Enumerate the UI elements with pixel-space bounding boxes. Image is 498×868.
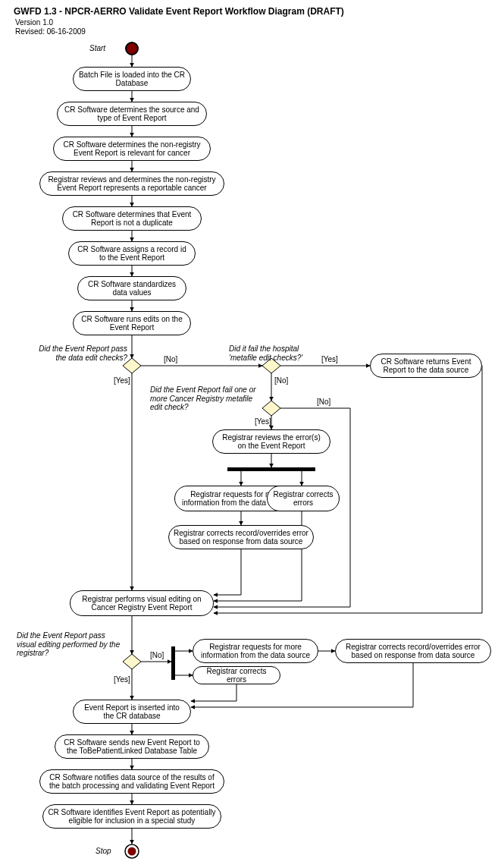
node-run-edits: CR Software runs edits on the Event Repo… — [73, 311, 191, 335]
node-registrar-reviews-reportable: Registrar reviews and determines the non… — [39, 171, 224, 196]
node-determine-source-type: CR Software determines the source and ty… — [57, 102, 207, 126]
question-d2: Did it fail the hospital 'metafile edit … — [229, 344, 320, 362]
edge-d1-yes: [Yes] — [114, 376, 130, 385]
node-send-tobepatientlinked: CR Software sends new Event Report to th… — [55, 734, 209, 759]
node-relevant-for-cancer: CR Software determines the non-registry … — [53, 137, 211, 161]
edge-d4-no: [No] — [150, 651, 164, 659]
start-label: Start — [89, 44, 105, 52]
node-registrar-corrects-errors-2: Registrar corrects errors — [193, 666, 280, 684]
node-identify-potentially-eligible: CR Software identifies Event Report as p… — [42, 804, 221, 829]
node-return-to-source: CR Software returns Event Report to the … — [370, 354, 482, 378]
edge-d1-no: [No] — [164, 355, 177, 363]
node-visual-editing: Registrar performs visual editing on Can… — [70, 590, 214, 616]
node-notify-results: CR Software notifies data source of the … — [39, 769, 224, 794]
node-not-duplicate: CR Software determines that Event Report… — [62, 206, 202, 231]
fork-bar-1 — [227, 467, 315, 471]
workflow-diagram: GWFD 1.3 - NPCR-AERRO Validate Event Rep… — [0, 0, 498, 868]
edge-d3-yes: [Yes] — [255, 417, 271, 426]
node-assign-record-id: CR Software assigns a record id to the E… — [68, 241, 196, 266]
node-request-info-2: Registrar requests for more information … — [193, 639, 318, 663]
fork-bar-2 — [171, 646, 175, 680]
node-inserted-into-db: Event Report is inserted into the CR dat… — [73, 700, 191, 724]
question-d3: Did the Event Report fail one or more Ca… — [150, 385, 264, 412]
decision-d4 — [123, 654, 141, 669]
node-registrar-corrects-errors-1: Registrar corrects errors — [267, 486, 340, 511]
edge-d4-yes: [Yes] — [114, 675, 130, 684]
decision-d3 — [262, 401, 280, 416]
question-d1: Did the Event Report pass the data edit … — [29, 344, 127, 362]
node-batch-file-loaded: Batch File is loaded into the CR Databas… — [73, 67, 191, 91]
stop-label: Stop — [96, 847, 111, 855]
start-node — [126, 42, 138, 55]
node-corrects-overrides-1: Registrar corrects record/overrides erro… — [168, 525, 314, 549]
node-registrar-reviews-errors: Registrar reviews the error(s) on the Ev… — [212, 429, 330, 454]
edge-d3-no: [No] — [317, 398, 330, 406]
node-corrects-overrides-2: Registrar corrects record/overrides erro… — [335, 639, 491, 663]
node-standardize-values: CR Software standardizes data values — [77, 276, 186, 300]
stop-node — [128, 848, 136, 856]
edge-d2-no: [No] — [274, 376, 288, 385]
edge-d2-yes: [Yes] — [321, 355, 338, 363]
question-d4: Did the Event Report pass visual editing… — [17, 631, 123, 658]
